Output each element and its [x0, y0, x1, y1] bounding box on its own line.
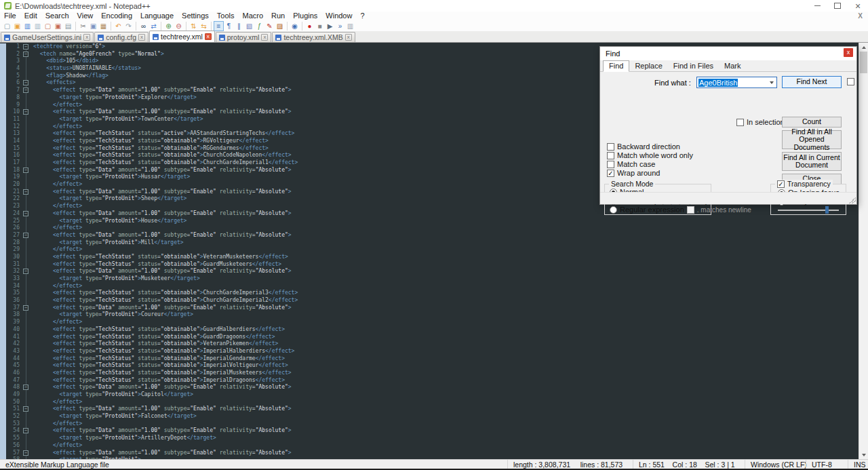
- code-line[interactable]: 51− <effect type="Data" amount="1.00" su…: [0, 406, 859, 413]
- code-line[interactable]: 26 </effect>: [0, 224, 859, 232]
- fold-margin[interactable]: [22, 275, 31, 283]
- find-dialog-tab-replace[interactable]: Replace: [629, 61, 667, 71]
- open-file-icon[interactable]: ▣: [12, 21, 22, 31]
- bookmark-margin[interactable]: [0, 167, 6, 174]
- bookmark-margin[interactable]: [0, 145, 6, 153]
- bookmark-margin[interactable]: [0, 340, 6, 348]
- code-text[interactable]: <effects>: [31, 79, 76, 87]
- replace-icon[interactable]: ⇄: [149, 21, 159, 31]
- code-text[interactable]: <techtree version="6">: [31, 43, 105, 51]
- bookmark-margin[interactable]: [0, 406, 6, 413]
- fold-margin[interactable]: −: [22, 189, 31, 196]
- code-line[interactable]: 29 </effect>: [0, 246, 859, 254]
- doc-map-icon[interactable]: ▧: [244, 21, 254, 31]
- maximize-button[interactable]: [827, 0, 848, 12]
- bookmark-margin[interactable]: [0, 218, 6, 225]
- fold-margin[interactable]: [22, 290, 31, 297]
- code-text[interactable]: </effect>: [31, 203, 82, 210]
- bookmark-margin[interactable]: [0, 290, 6, 297]
- code-text[interactable]: <effect type="TechStatus" status="obtain…: [31, 362, 288, 370]
- bookmark-margin[interactable]: [0, 239, 6, 247]
- bookmark-margin[interactable]: [0, 138, 6, 145]
- wrap-around-checkbox[interactable]: [607, 170, 614, 177]
- menu-item-encoding[interactable]: Encoding: [97, 12, 136, 20]
- bookmark-margin[interactable]: [0, 362, 6, 370]
- macro-play-icon[interactable]: ▶: [325, 21, 335, 31]
- code-text[interactable]: <effect type="Data" amount="1.00" subtyp…: [31, 87, 292, 94]
- fold-margin[interactable]: [22, 65, 31, 73]
- code-text[interactable]: <effect type="TechStatus" status="obtain…: [31, 152, 292, 159]
- bookmark-margin[interactable]: [0, 159, 6, 167]
- fold-margin[interactable]: [22, 138, 31, 145]
- code-text[interactable]: </effect>: [31, 224, 82, 232]
- swap-buttons-checkbox[interactable]: [847, 78, 854, 85]
- close-all-docs-icon[interactable]: ▣: [53, 21, 63, 31]
- code-text[interactable]: <effect type="TechStatus" status="obtain…: [31, 159, 298, 167]
- minimize-button[interactable]: [807, 0, 827, 12]
- fold-margin[interactable]: [22, 159, 31, 167]
- code-line[interactable]: 47 <effect type="TechStatus" status="obt…: [0, 377, 859, 385]
- close-button[interactable]: [848, 0, 868, 12]
- code-line[interactable]: 35 <effect type="TechStatus" status="obt…: [0, 290, 859, 297]
- bookmark-margin[interactable]: [0, 87, 6, 94]
- code-line[interactable]: 44 <effect type="TechStatus" status="obt…: [0, 355, 859, 363]
- monitoring-eye-icon[interactable]: ◉: [290, 21, 300, 31]
- bookmark-margin[interactable]: [0, 305, 6, 312]
- save-all-icon[interactable]: ▥: [33, 21, 43, 31]
- code-text[interactable]: <tech name="Age0French" type="Normal">: [31, 51, 164, 58]
- edit-pen-icon[interactable]: ✎: [264, 21, 275, 31]
- code-line[interactable]: 55 <target type="ProtoUnit">ArtilleryDep…: [0, 435, 859, 442]
- code-line[interactable]: 32− <effect type="Data" amount="1.00" su…: [0, 268, 859, 275]
- fold-margin[interactable]: [22, 58, 31, 65]
- bookmark-margin[interactable]: [0, 319, 6, 326]
- vertical-scrollbar[interactable]: [859, 43, 868, 459]
- code-text[interactable]: <effect type="TechStatus" status="obtain…: [31, 254, 288, 261]
- menu-item-macro[interactable]: Macro: [238, 12, 267, 20]
- code-line[interactable]: 42 <effect type="TechStatus" status="obt…: [0, 340, 859, 348]
- code-text[interactable]: </effect>: [31, 442, 82, 450]
- fold-margin[interactable]: [22, 420, 31, 428]
- code-text[interactable]: </effect>: [31, 246, 82, 254]
- bookmark-margin[interactable]: [0, 94, 6, 102]
- print-icon[interactable]: ▤: [63, 21, 73, 31]
- code-text[interactable]: <target type="ProtoUnit">TownCenter</tar…: [31, 116, 203, 123]
- bookmark-margin[interactable]: [0, 399, 6, 406]
- bookmark-margin[interactable]: [0, 130, 6, 138]
- fold-margin[interactable]: [22, 94, 31, 102]
- code-line[interactable]: 36 <effect type="TechStatus" status="obt…: [0, 297, 859, 305]
- code-text[interactable]: </effect>: [31, 283, 82, 290]
- fold-margin[interactable]: −: [22, 109, 31, 116]
- fold-margin[interactable]: [22, 362, 31, 370]
- menu-item-settings[interactable]: Settings: [178, 12, 213, 20]
- tab-close-icon[interactable]: x: [345, 34, 352, 41]
- bookmark-margin[interactable]: [0, 391, 6, 399]
- bookmark-margin[interactable]: [0, 311, 6, 319]
- status-encoding[interactable]: UTF-8: [806, 460, 848, 469]
- code-text[interactable]: </effect>: [31, 102, 82, 109]
- code-line[interactable]: 53 </effect>: [0, 420, 859, 428]
- copy-icon[interactable]: ▣: [88, 21, 98, 31]
- bookmark-margin[interactable]: [0, 326, 6, 334]
- tab-close-icon[interactable]: x: [138, 34, 145, 41]
- bookmark-margin[interactable]: [0, 109, 6, 116]
- code-line[interactable]: 39 </effect>: [0, 319, 859, 326]
- code-line[interactable]: 52 <target type="ProtoUnit">Falconet</ta…: [0, 413, 859, 420]
- bookmark-margin[interactable]: [0, 283, 6, 290]
- bookmark-margin[interactable]: [0, 450, 6, 457]
- fold-collapse-icon[interactable]: −: [23, 305, 28, 311]
- word-wrap-icon[interactable]: ≡: [214, 21, 224, 31]
- code-text[interactable]: <effect type="TechStatus" status="obtain…: [31, 355, 285, 363]
- macro-record-icon[interactable]: ●: [304, 21, 315, 31]
- bookmark-margin[interactable]: [0, 435, 6, 442]
- code-text[interactable]: <target type="ProtoUnit">Coureur</target…: [31, 311, 193, 319]
- code-text[interactable]: <effect type="TechStatus" status="obtain…: [31, 334, 275, 341]
- scroll-up-icon[interactable]: [859, 43, 868, 52]
- code-line[interactable]: 30 <effect type="TechStatus" status="obt…: [0, 254, 859, 261]
- fold-margin[interactable]: [22, 174, 31, 181]
- sync-vertical-icon[interactable]: ⇅: [189, 21, 199, 31]
- bookmark-margin[interactable]: [0, 370, 6, 377]
- new-file-icon[interactable]: ▢: [2, 21, 12, 31]
- bookmark-margin[interactable]: [0, 427, 6, 435]
- bookmark-margin[interactable]: [0, 442, 6, 450]
- macro-save-icon[interactable]: ▥: [345, 21, 355, 31]
